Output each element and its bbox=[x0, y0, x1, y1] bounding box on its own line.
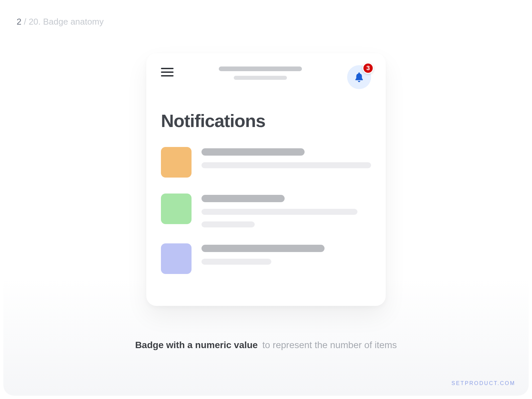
placeholder-line bbox=[201, 148, 305, 156]
placeholder-line bbox=[219, 66, 302, 71]
slide-separator: / bbox=[21, 17, 29, 27]
placeholder-line bbox=[201, 162, 371, 168]
caption-light: to represent the number of items bbox=[262, 340, 397, 350]
item-content-placeholder bbox=[201, 147, 371, 178]
caption-strong: Badge with a numeric value bbox=[135, 340, 258, 350]
caption: Badge with a numeric value to represent … bbox=[3, 340, 529, 350]
slide-total-title: 20. Badge anatomy bbox=[29, 17, 104, 27]
placeholder-line bbox=[201, 195, 285, 202]
placeholder-line bbox=[201, 209, 357, 215]
placeholder-line bbox=[201, 245, 325, 252]
item-content-placeholder bbox=[201, 194, 371, 227]
placeholder-line bbox=[201, 259, 271, 265]
item-content-placeholder bbox=[201, 243, 371, 274]
list-item[interactable] bbox=[161, 194, 371, 227]
item-thumbnail bbox=[161, 243, 192, 274]
slide-counter: 2 / 20. Badge anatomy bbox=[17, 17, 104, 27]
placeholder-line bbox=[201, 221, 255, 227]
item-thumbnail bbox=[161, 194, 192, 224]
page-title: Notifications bbox=[161, 110, 371, 131]
slide-frame: 2 / 20. Badge anatomy 3 Notifications bbox=[3, 3, 529, 396]
list-item[interactable] bbox=[161, 147, 371, 178]
notification-count-badge: 3 bbox=[362, 63, 374, 74]
placeholder-line bbox=[234, 76, 287, 80]
header-title-placeholder bbox=[180, 66, 340, 80]
slide-current-number: 2 bbox=[17, 17, 21, 27]
list-item[interactable] bbox=[161, 243, 371, 274]
bell-icon bbox=[353, 71, 365, 83]
watermark: SETPRODUCT.COM bbox=[452, 380, 515, 386]
hamburger-menu-icon[interactable] bbox=[161, 68, 174, 76]
notifications-card: 3 Notifications bbox=[146, 53, 386, 306]
item-thumbnail bbox=[161, 147, 192, 178]
card-header: 3 bbox=[161, 65, 371, 89]
notifications-bell-button[interactable]: 3 bbox=[347, 65, 371, 89]
